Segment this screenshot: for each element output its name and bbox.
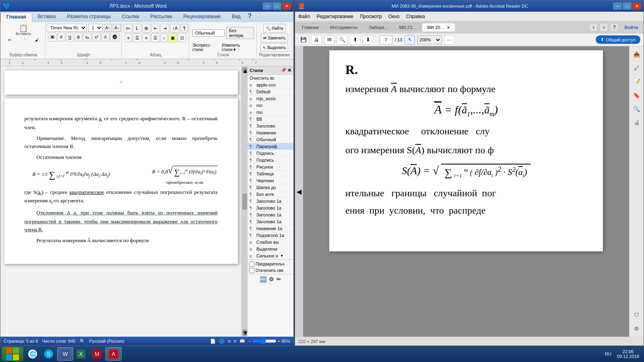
pdf-tab-mi20[interactable]: МИ 20... ✕ [422,23,455,31]
pdf-menu-help[interactable]: Справка [406,14,425,19]
style-item-caption2[interactable]: ¶ Подпись . [248,157,293,164]
zoom-out-btn[interactable]: − [248,339,251,343]
style-item-strong[interactable]: a Сильное н ▼ [248,253,293,259]
pdf-cursor-btn[interactable]: ↖ [405,35,415,45]
style-item-caption1[interactable]: ¶ Подпись : [248,150,293,157]
change-style-button[interactable]: Изменить стили▼ [222,43,254,52]
pdf-right-btn-4[interactable]: 🔖 [631,90,642,101]
style-item-apple[interactable]: a apple-con [248,82,293,88]
pdf-tab-mi23[interactable]: МИ 23... [394,23,421,31]
pdf-forward-btn[interactable]: › [599,23,608,32]
pdf-scroll[interactable]: R. измерения A вычисляют по формуле A = … [303,46,629,337]
styles-panel-pin[interactable]: 📌 [281,68,287,73]
tab-review[interactable]: Рецензирование [178,12,226,22]
view-normal-btn[interactable]: 📄 [210,339,216,344]
style-item-heading[interactable]: ¶ Заголово [248,123,293,130]
subscript-button[interactable]: х₂ [83,33,92,41]
pdf-download-btn[interactable]: ⬇ [363,35,373,45]
copy-button[interactable]: 📄 [17,37,30,43]
borders-button[interactable]: ⊡ [178,33,186,42]
word-document-scroll[interactable]: 4 результата измерения аргумента аi от е… [0,66,242,337]
pdf-zoom-select[interactable]: 200% 150% 100% [417,35,442,44]
replace-button[interactable]: ⇄ Заменить [261,33,288,42]
pdf-help-btn[interactable]: ? [610,23,619,32]
pdf-menu-file[interactable]: Файл [298,14,310,19]
quick-style-heading[interactable]: Без интерв. [226,27,254,39]
pdf-more-btn[interactable]: ··· [444,35,454,45]
styles-icon-2[interactable]: ⚙ [269,276,274,282]
view-draft-btn[interactable]: ≡ [234,339,236,343]
strikethrough-button[interactable]: З [74,33,82,41]
preview-checkbox-label[interactable]: Предварительн [249,261,292,267]
pdf-left-nav[interactable]: ◀ [295,46,303,337]
start-button[interactable] [2,347,23,361]
font-color-button[interactable]: А [101,33,109,41]
taskbar-unknown[interactable]: M [89,347,105,361]
numbering-button[interactable]: 1. [133,24,141,33]
style-item-weak[interactable]: a Слабое вы [248,239,293,246]
justify-button[interactable]: ☰ [151,33,160,42]
pdf-tab-close-btn[interactable]: ✕ [447,25,450,30]
scroll-thumb[interactable] [242,193,247,210]
pdf-upload-btn[interactable]: ⬆ [350,35,360,45]
taskbar-chrome[interactable]: 🌐 [25,347,41,361]
pdf-tab-lab[interactable]: Лабора... [363,23,393,31]
pdf-right-btn-3[interactable]: 📝 [631,76,642,87]
taskbar-acrobat[interactable]: A [105,347,122,361]
pdf-back-btn[interactable]: ‹ [589,23,598,32]
pdf-menu-view[interactable]: Просмотр [360,14,382,19]
style-item-default[interactable]: ¶ Default [248,88,293,95]
view-web-btn[interactable]: 🌐 [219,339,225,344]
pdf-right-btn-6[interactable]: 🖨 [631,117,642,128]
decrease-indent-button[interactable]: ⇤ [151,24,160,33]
style-item-emphasis[interactable]: a Выделени [248,246,293,253]
align-right-button[interactable]: ≡ [142,33,150,42]
pdf-email-btn[interactable]: ✉ [324,35,334,45]
pdf-right-btn-7[interactable]: 🛡 [631,309,642,321]
style-item-subheading[interactable]: ¶ Подзаголо 1a [248,232,293,239]
view-outline-btn[interactable]: ≡ [228,339,230,343]
preview-checkbox[interactable] [249,261,254,267]
align-left-button[interactable]: ≡ [125,33,132,42]
style-item-h4a[interactable]: ¶ Заголово 1a [248,218,293,225]
pdf-tab-home[interactable]: Главная [297,23,324,31]
style-item-name[interactable]: ¶ Название [248,130,293,136]
style-item-nospace[interactable]: ¶ Без инте [248,191,293,198]
express-styles-button[interactable]: Экспресс-стили [192,43,220,52]
style-item-h2a[interactable]: ¶ Заголово 1a [248,205,293,212]
word-maximize-button[interactable]: □ [272,2,281,10]
styles-icon-1[interactable]: 🔤 [260,276,266,282]
tab-insert[interactable]: Вставка [32,12,62,22]
line-spacing-button[interactable]: ↕ [161,33,168,42]
word-close-button[interactable]: ✕ [282,2,291,10]
paste-button[interactable]: 📋 Вставить [14,24,33,37]
pdf-maximize-button[interactable]: □ [623,2,632,10]
styles-icon-3[interactable]: ✏ [277,276,281,282]
pdf-right-btn-1[interactable]: 📤 [631,49,642,60]
zoom-slider[interactable] [252,338,277,344]
highlight-button[interactable]: 🅐 [110,33,120,41]
style-item-header[interactable]: ¶ Шапка до [248,184,293,191]
shading-button[interactable]: ▣ [168,33,177,42]
style-item-normal[interactable]: ¶ Обычный [248,136,293,143]
taskbar-excel[interactable]: X [73,347,89,361]
multilevel-button[interactable]: ⊞ [142,24,151,33]
style-item-h3a[interactable]: ¶ Заголово 1a [248,212,293,218]
increase-indent-button[interactable]: ⇥ [161,24,169,33]
superscript-button[interactable]: х² [92,33,101,41]
select-button[interactable]: ↖ Выделить [260,43,288,52]
pdf-share-button[interactable]: ⬆ Общий доступ [596,35,640,44]
taskbar-word[interactable]: W [57,347,73,361]
style-item-mjx[interactable]: a mjx_assis [248,95,293,102]
style-item-table[interactable]: ¶ Таблица [248,171,293,177]
show-formatting-button[interactable]: ¶ [181,24,188,33]
style-item-drawing[interactable]: ¶ Чертежн [248,177,293,184]
style-item-paragraph[interactable]: ¶ Параграф [248,143,293,150]
align-center-button[interactable]: ☰ [133,33,142,42]
find-button[interactable]: 🔍 Найти [263,24,285,33]
pdf-right-btn-2[interactable]: 🖊 [631,62,642,74]
pdf-minimize-button[interactable]: ─ [613,2,622,10]
tab-mailings[interactable]: Рассылки [145,12,178,22]
style-item-figure[interactable]: ¶ Рисунок [248,164,293,171]
font-shrink-button[interactable]: A↓ [113,24,121,32]
